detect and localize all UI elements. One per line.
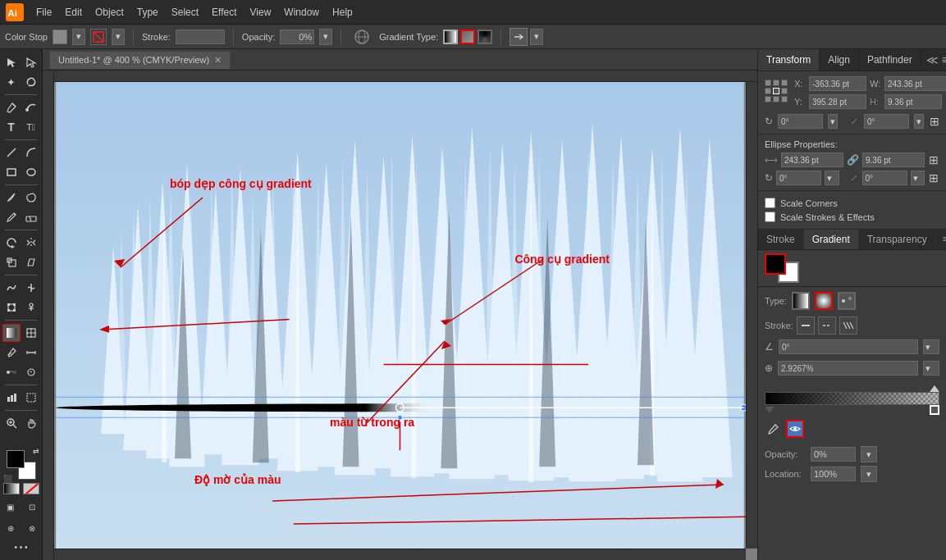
gradient-fill-swatch[interactable] [765, 253, 786, 275]
ref-pt-7[interactable] [765, 96, 771, 102]
opacity-stop-right[interactable] [930, 385, 939, 392]
scale-input[interactable] [778, 361, 918, 376]
ref-pt-8[interactable] [773, 96, 779, 102]
angle-dropdown[interactable]: ▾ [923, 339, 939, 354]
color-stop-right-selected[interactable] [930, 405, 939, 415]
x-input[interactable] [809, 76, 866, 91]
symbol-sprayer-tool[interactable]: * [22, 363, 40, 381]
location-input[interactable] [811, 467, 856, 481]
scroll-horizontal[interactable] [54, 549, 746, 560]
menu-select[interactable]: Select [165, 0, 205, 24]
opacity-value-input[interactable]: 0% [811, 447, 856, 462]
column-graph-tool[interactable] [2, 389, 21, 407]
lasso-tool[interactable] [22, 73, 40, 91]
w-input[interactable] [884, 76, 946, 91]
selection-tool[interactable] [2, 53, 21, 71]
color-stop-left[interactable] [765, 407, 775, 413]
options-btn[interactable]: ≡ [942, 53, 946, 66]
tab-transform[interactable]: Transform [758, 49, 820, 71]
menu-edit[interactable]: Edit [58, 0, 89, 24]
ep-angle2-dropdown[interactable]: ▾ [911, 171, 925, 185]
hand-tool[interactable] [22, 414, 40, 432]
tab-stroke[interactable]: Stroke [758, 230, 804, 249]
opacity-dropdown[interactable]: ▾ [861, 446, 877, 462]
scale-corners-label[interactable]: Scale Corners [780, 198, 838, 208]
gradient-panel-options[interactable]: ≡ [936, 230, 946, 249]
puppet-warp-tool[interactable] [22, 298, 40, 316]
ref-pt-4[interactable] [765, 88, 771, 94]
ref-pt-3[interactable] [781, 80, 788, 86]
line-tool[interactable] [2, 143, 21, 162]
arc-tool[interactable] [22, 143, 40, 162]
ep-angle1-dropdown[interactable]: ▾ [825, 171, 839, 185]
ellipse-tool[interactable] [22, 163, 40, 181]
tab-align[interactable]: Align [820, 49, 859, 71]
eraser-tool[interactable] [22, 208, 40, 226]
ep-w-input[interactable] [781, 153, 843, 167]
magic-wand-tool[interactable]: ✦ [2, 73, 21, 91]
scale-strokes-label[interactable]: Scale Strokes & Effects [780, 212, 875, 222]
stroke-input[interactable] [176, 30, 225, 44]
shear-input[interactable] [864, 114, 909, 129]
canvas-tab[interactable]: Untitled-1* @ 400 % (CMYK/Preview) ✕ [49, 51, 231, 69]
width-tool[interactable] [22, 279, 40, 297]
rotate-tool[interactable] [2, 234, 21, 252]
edit-stop-btn[interactable] [765, 420, 783, 438]
type-tool[interactable]: T [2, 118, 21, 136]
ref-pt-5-selected[interactable] [773, 88, 779, 94]
ep-more[interactable]: ⊞ [928, 153, 939, 167]
stroke-type-3[interactable] [839, 316, 857, 335]
pencil-tool[interactable] [2, 208, 21, 226]
reference-point-grid[interactable] [765, 80, 788, 102]
color-options-dropdown[interactable]: ▾ [112, 29, 125, 45]
canvas-content[interactable]: bóp dẹp công cụ gradient Công c [43, 71, 757, 560]
shear-dropdown[interactable]: ▾ [914, 114, 924, 129]
mesh-tool[interactable] [22, 324, 40, 342]
color-swatch[interactable] [53, 30, 67, 44]
menu-file[interactable]: File [30, 0, 58, 24]
gradient-radial-btn[interactable] [460, 30, 475, 44]
scale-corners-checkbox[interactable] [765, 198, 775, 208]
blend-tool[interactable] [2, 363, 21, 381]
reflect-tool[interactable] [22, 234, 40, 252]
extra-btn-2[interactable]: ⊗ [23, 519, 41, 537]
menu-object[interactable]: Object [89, 0, 130, 24]
ep-angle1-input[interactable] [776, 171, 821, 185]
fill-swatch[interactable] [7, 450, 25, 468]
type-linear-btn[interactable] [792, 292, 810, 310]
screen-view-btn[interactable]: ⊡ [23, 498, 41, 516]
paintbrush-tool[interactable] [2, 189, 21, 207]
scale-strokes-checkbox[interactable] [765, 212, 775, 222]
shear-tool[interactable] [22, 253, 40, 271]
more-tools-btn[interactable]: • • • [7, 540, 36, 553]
extra-btn-1[interactable]: ⊕ [2, 519, 20, 537]
gradient-bar[interactable] [765, 392, 939, 405]
ep-angle-more[interactable]: ⊞ [928, 171, 939, 185]
type-freeform-btn[interactable] [838, 292, 856, 310]
default-colors[interactable]: ⬛ [3, 475, 12, 483]
rectangle-tool[interactable] [2, 163, 21, 181]
menu-help[interactable]: Help [326, 0, 359, 24]
direct-selection-tool[interactable] [22, 53, 40, 71]
globe-icon[interactable] [350, 25, 374, 49]
ref-pt-2[interactable] [773, 80, 779, 86]
collapse-btn[interactable]: ≪ [926, 53, 939, 66]
location-dropdown[interactable]: ▾ [861, 466, 877, 482]
warp-tool[interactable] [2, 279, 21, 297]
angle-input[interactable] [779, 339, 918, 354]
ref-pt-9[interactable] [781, 96, 788, 102]
menu-effect[interactable]: Effect [205, 0, 243, 24]
scale-tool[interactable] [2, 253, 21, 271]
menu-view[interactable]: View [244, 0, 278, 24]
none-mode-btn[interactable] [23, 483, 39, 494]
zoom-tool[interactable] [2, 414, 21, 432]
tab-pathfinder[interactable]: Pathfinder [859, 49, 921, 71]
blob-brush-tool[interactable] [22, 189, 40, 207]
measure-tool[interactable] [22, 344, 40, 362]
eye-btn[interactable] [786, 420, 804, 438]
gradient-freeform-btn[interactable] [478, 30, 492, 44]
stroke-type-2[interactable] [818, 316, 836, 335]
touch-type-tool[interactable]: T⃝ [22, 118, 40, 136]
stroke-type-1[interactable] [797, 316, 815, 335]
ref-pt-6[interactable] [781, 88, 788, 94]
